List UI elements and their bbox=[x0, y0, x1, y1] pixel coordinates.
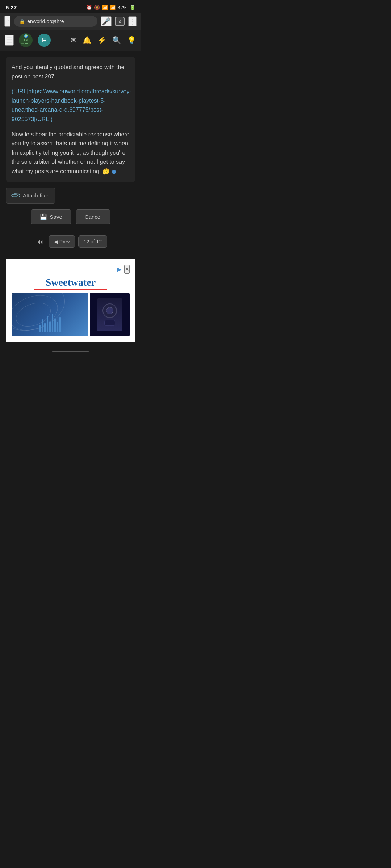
post-paragraph-1: And you literally quoted and agreed with… bbox=[12, 63, 130, 81]
ad-image-left bbox=[12, 293, 88, 336]
post-text-3: Now lets hear the predictable response w… bbox=[12, 131, 130, 174]
main-content: And you literally quoted and agreed with… bbox=[0, 51, 141, 348]
avatar-letter: E bbox=[42, 37, 46, 44]
activity-icon[interactable]: ⚡ bbox=[97, 36, 106, 44]
alarm-icon: ⏰ bbox=[86, 5, 92, 10]
post-url-text: ([URL]https://www.enworld.org/threads/su… bbox=[12, 88, 131, 122]
post-paragraph-3: Now lets hear the predictable response w… bbox=[12, 130, 130, 176]
pagination-bar: ⏮ ◀ Prev 12 of 12 bbox=[6, 230, 135, 253]
save-button[interactable]: 💾 Save bbox=[31, 209, 71, 224]
nav-hamburger-button[interactable]: ☰ bbox=[5, 35, 14, 46]
prev-page-button[interactable]: ◀ Prev bbox=[49, 235, 75, 248]
cancel-button[interactable]: Cancel bbox=[76, 209, 111, 224]
ad-play-icon: ▶ bbox=[117, 266, 121, 273]
browser-url-text: enworld.org/thre bbox=[27, 18, 64, 24]
site-nav: ☰ 🌍EN WORLD E ✉ 🔔 ⚡ 🔍 💡 bbox=[0, 30, 141, 51]
site-logo[interactable]: 🌍EN WORLD bbox=[19, 33, 33, 47]
nav-action-icons: ✉ 🔔 ⚡ 🔍 💡 bbox=[71, 36, 136, 44]
floppy-disk-icon: 💾 bbox=[40, 213, 47, 220]
prev-label: Prev bbox=[59, 239, 70, 244]
ad-image-area bbox=[12, 293, 130, 336]
browser-bar: ⌂ 🔒 enworld.org/thre 🎤 2 ⋮ bbox=[0, 13, 141, 30]
save-label: Save bbox=[50, 214, 62, 220]
text-cursor bbox=[112, 170, 116, 174]
action-buttons: 💾 Save Cancel bbox=[6, 209, 135, 224]
post-text-1: And you literally quoted and agreed with… bbox=[12, 64, 124, 80]
first-page-button[interactable]: ⏮ bbox=[34, 235, 46, 249]
signal-icon: 📶 bbox=[110, 5, 116, 10]
ad-image-right bbox=[90, 293, 130, 336]
ad-top-bar: ▶ × bbox=[12, 265, 130, 274]
attach-files-container: 📎 Attach files bbox=[6, 188, 135, 204]
post-content-block: And you literally quoted and agreed with… bbox=[6, 57, 135, 182]
speaker-base bbox=[104, 320, 115, 326]
attach-files-label: Attach files bbox=[23, 192, 49, 199]
browser-menu-button[interactable]: ⋮ bbox=[128, 16, 137, 26]
ad-equalizer bbox=[12, 314, 88, 332]
ad-brand: Sweetwater bbox=[12, 277, 130, 290]
attach-files-button[interactable]: 📎 Attach files bbox=[6, 188, 55, 204]
site-logo-text: 🌍EN WORLD bbox=[19, 35, 33, 46]
status-time: 5:27 bbox=[6, 4, 17, 10]
page-info: 12 of 12 bbox=[78, 235, 108, 248]
speaker-inner bbox=[106, 307, 113, 314]
paperclip-icon: 📎 bbox=[10, 190, 21, 201]
ad-speaker bbox=[97, 298, 122, 331]
ad-brand-underline bbox=[34, 289, 107, 290]
mute-icon: 🔕 bbox=[94, 5, 100, 10]
browser-url-bar[interactable]: 🔒 enworld.org/thre bbox=[14, 16, 97, 27]
tips-icon[interactable]: 💡 bbox=[127, 36, 136, 44]
bottom-nav-bar bbox=[0, 348, 141, 355]
battery-level: 47% bbox=[118, 5, 127, 10]
browser-tabs-button[interactable]: 2 bbox=[115, 17, 125, 26]
wifi-icon: 📶 bbox=[102, 5, 108, 10]
post-paragraph-2: ([URL]https://www.enworld.org/threads/su… bbox=[12, 87, 130, 124]
search-icon[interactable]: 🔍 bbox=[112, 36, 121, 44]
speaker-cone bbox=[102, 303, 117, 318]
ad-brand-name: Sweetwater bbox=[12, 277, 130, 288]
prev-arrow-icon: ◀ bbox=[54, 239, 58, 244]
bottom-nav-indicator bbox=[52, 351, 89, 352]
browser-home-button[interactable]: ⌂ bbox=[4, 16, 10, 27]
browser-mic-button[interactable]: 🎤 bbox=[101, 16, 112, 26]
status-icons: ⏰ 🔕 📶 📶 47% 🔋 bbox=[86, 5, 135, 10]
notifications-icon[interactable]: 🔔 bbox=[83, 36, 92, 44]
ad-close-button[interactable]: × bbox=[124, 265, 130, 274]
user-avatar[interactable]: E bbox=[38, 34, 51, 47]
battery-icon: 🔋 bbox=[130, 5, 135, 10]
lock-icon: 🔒 bbox=[19, 19, 25, 24]
advertisement-container: ▶ × Sweetwater bbox=[6, 259, 135, 342]
messages-icon[interactable]: ✉ bbox=[71, 36, 77, 44]
cancel-label: Cancel bbox=[85, 214, 102, 220]
status-bar: 5:27 ⏰ 🔕 📶 📶 47% 🔋 bbox=[0, 0, 141, 13]
